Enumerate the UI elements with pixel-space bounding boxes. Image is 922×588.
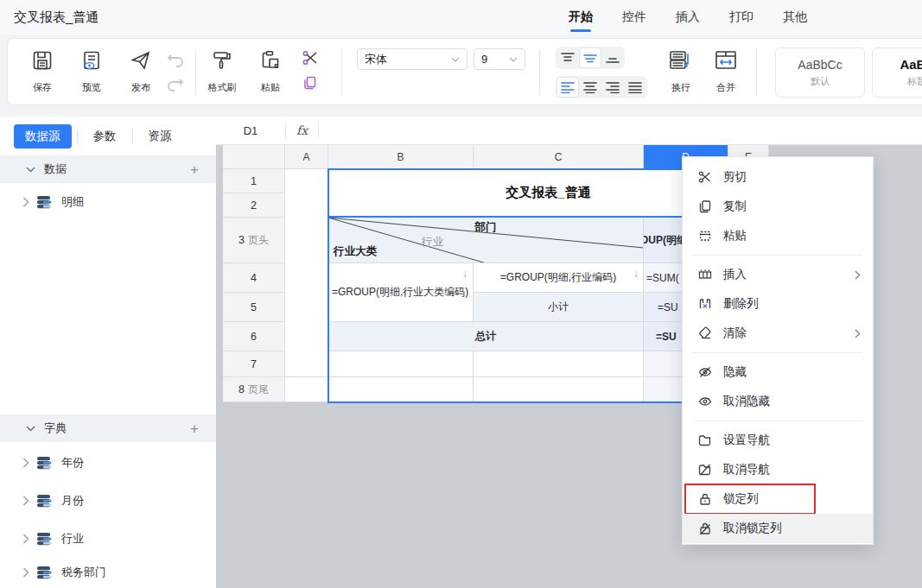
paste-icon [259,49,282,72]
cell-C4-group-formula[interactable]: =GROUP(明细,行业编码) ↓ [474,263,644,293]
menu-item-insert[interactable]: 插入 [683,260,873,289]
paste-button[interactable]: 粘贴 [251,46,290,99]
cell-A8[interactable] [285,377,328,402]
menu-item-cancel-navigation[interactable]: 取消导航 [683,455,873,484]
menu-item-hide[interactable]: 隐藏 [683,357,873,387]
fx-icon: fx [286,123,318,137]
menu-item-delete-column[interactable]: 删除列 [683,289,873,319]
sidebar-tab-resources[interactable]: 资源 [138,125,182,148]
align-bottom-icon[interactable] [602,48,623,67]
tab-widgets[interactable]: 控件 [622,0,646,35]
row-header-1[interactable]: 1 [223,169,285,193]
cell-C8[interactable] [474,377,644,402]
chevron-right-icon [22,496,29,506]
menu-divider [693,352,862,353]
menu-item-lock-column[interactable]: 锁定列 [683,484,873,514]
cell-style-default[interactable]: AaBbCc 默认 [775,47,865,98]
cell-B7[interactable] [328,351,474,377]
sidebar-tab-divider [132,130,133,143]
menu-item-cut[interactable]: 剪切 [683,162,873,192]
cell-B6-grand-total[interactable]: 总计 [328,322,644,351]
preview-button[interactable]: 预览 [72,46,111,99]
row-header-6[interactable]: 6 [223,322,285,351]
tab-home[interactable]: 开始 [569,0,593,35]
toolbar-divider [539,49,540,96]
redo-icon[interactable] [167,77,184,92]
row-header-5[interactable]: 5 [223,293,285,322]
save-label: 保存 [33,81,52,94]
font-name-value: 宋体 [365,52,387,67]
chevron-right-icon [22,197,29,207]
tab-print[interactable]: 打印 [729,0,753,35]
folder-off-icon [698,463,712,477]
menu-item-set-navigation[interactable]: 设置导航 [683,426,873,455]
section-dict-header[interactable]: 字典 + [0,414,216,442]
undo-icon[interactable] [167,53,184,68]
wrap-text-label: 换行 [671,81,690,94]
chevron-right-icon [22,567,29,578]
chevron-right-icon [22,534,29,544]
cell-B4-group-formula[interactable]: =GROUP(明细,行业大类编码) ↓ [328,263,474,322]
format-painter-button[interactable]: 格式刷 [202,46,242,99]
dataset-item-mingxi[interactable]: 明细 [0,189,216,215]
cell-C5-subtotal[interactable]: 小计 [474,293,644,322]
dict-item-month[interactable]: 月份 [0,488,216,514]
align-right-icon[interactable] [602,78,623,97]
diagonal-header-cell[interactable]: 部门 行业 行业大类 [328,218,644,263]
dict-item-industry[interactable]: 行业 [0,526,216,552]
cell-B8[interactable] [328,377,474,402]
menu-item-unlock-column[interactable]: 取消锁定列 [683,514,873,543]
row-header-7[interactable]: 7 [223,351,285,377]
tab-insert[interactable]: 插入 [676,0,700,35]
font-name-select[interactable]: 宋体 [357,48,467,70]
align-top-icon[interactable] [557,48,578,67]
paste-icon [698,229,712,243]
menu-divider [693,420,862,421]
section-data-header[interactable]: 数据 + [0,155,216,183]
row-header-2[interactable]: 2 [223,193,285,218]
dict-label: 月份 [61,493,84,509]
align-center-icon[interactable] [580,78,601,97]
format-painter-icon [211,49,233,72]
menu-item-paste[interactable]: 粘贴 [683,221,873,250]
column-header-B[interactable]: B [328,145,474,169]
row-header-8-page-footer[interactable]: 8页尾 [223,377,285,402]
menu-item-copy[interactable]: 复制 [683,192,873,221]
sidebar-tab-params[interactable]: 参数 [83,125,127,148]
scissors-icon [698,170,712,184]
diag-label-industry: 行业 [422,235,443,250]
row-header-4[interactable]: 4 [223,263,285,293]
database-table-icon [36,195,53,209]
sidebar-tab-bar: 数据源 参数 资源 [0,123,216,149]
copy-small-icon[interactable] [302,75,318,91]
column-header-A[interactable]: A [285,145,328,169]
menu-item-unhide[interactable]: 取消隐藏 [683,387,873,416]
merge-cells-button[interactable]: 合并 [706,46,746,99]
column-header-C[interactable]: C [474,145,644,169]
add-dict-icon[interactable]: + [190,421,199,436]
align-middle-icon[interactable] [580,48,601,67]
cut-icon[interactable] [302,49,319,66]
column-A-cells[interactable] [285,169,328,377]
align-left-icon[interactable] [557,78,578,97]
sidebar-tab-datasource[interactable]: 数据源 [14,124,72,149]
toolbar-divider [341,49,342,96]
save-button[interactable]: 保存 [22,46,62,99]
corner-header-cell[interactable] [223,145,285,169]
dict-item-year[interactable]: 年份 [0,450,216,476]
tab-other[interactable]: 其他 [783,0,807,35]
cell-C7[interactable] [474,351,644,377]
menu-item-clear[interactable]: 清除 [683,319,873,348]
font-size-select[interactable]: 9 [474,48,525,70]
dict-item-tax-dept[interactable]: 税务部门 [0,560,216,585]
add-dataset-icon[interactable]: + [190,162,199,177]
align-justify-icon[interactable] [625,78,645,97]
folder-icon [698,433,712,447]
publish-button[interactable]: 发布 [121,46,161,99]
wrap-text-button[interactable]: 换行 [661,46,701,99]
dict-label: 年份 [61,455,84,471]
cell-reference-box[interactable]: D1 [216,124,285,137]
row-header-3-page-header[interactable]: 3页头 [223,218,285,263]
chevron-down-icon [509,57,518,62]
cell-style-title[interactable]: AaBb 标题 [872,47,922,98]
